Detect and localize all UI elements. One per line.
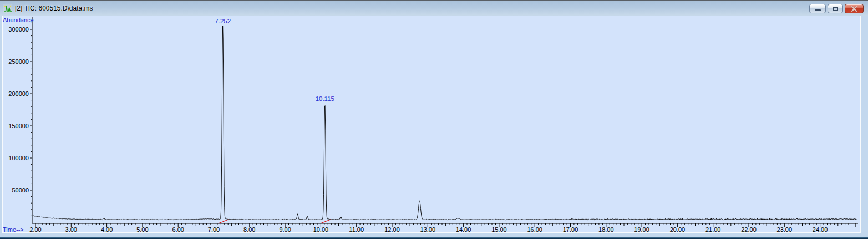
x-tick-label: 23.00 bbox=[777, 226, 793, 232]
y-tick-label: 200000 bbox=[8, 90, 29, 97]
chromatogram-window-icon bbox=[3, 4, 12, 13]
chromatogram-plot[interactable]: 2.003.004.005.006.007.008.009.0010.0011.… bbox=[3, 16, 860, 232]
x-tick-label: 24.00 bbox=[813, 226, 828, 232]
x-tick-label: 11.00 bbox=[349, 226, 364, 232]
x-tick-label: 15.00 bbox=[491, 226, 507, 232]
x-tick-label: 10.00 bbox=[313, 226, 329, 232]
x-tick-label: 7.00 bbox=[208, 226, 220, 232]
x-tick-label: 3.00 bbox=[65, 226, 77, 232]
y-tick-label: 50000 bbox=[12, 187, 29, 194]
y-tick-label: 150000 bbox=[8, 123, 29, 129]
x-tick-label: 5.00 bbox=[136, 226, 148, 232]
window-title: [2] TIC: 600515.D\data.ms bbox=[15, 4, 93, 12]
y-axis-title: Abundance bbox=[3, 17, 34, 23]
x-tick-label: 8.00 bbox=[243, 226, 255, 232]
maximize-icon bbox=[833, 7, 838, 11]
integration-mark bbox=[219, 220, 229, 223]
y-tick-label: 100000 bbox=[8, 155, 29, 161]
x-tick-label: 21.00 bbox=[705, 226, 721, 232]
x-axis-title: Time--> bbox=[3, 226, 24, 232]
x-tick-label: 22.00 bbox=[741, 226, 757, 232]
close-button[interactable] bbox=[845, 4, 864, 13]
peak-label: 7.252 bbox=[215, 18, 231, 24]
chromatogram-panel[interactable]: 2.003.004.005.006.007.008.009.0010.0011.… bbox=[2, 16, 861, 233]
x-tick-label: 20.00 bbox=[670, 226, 686, 232]
x-tick-label: 6.00 bbox=[172, 226, 184, 232]
chemstation-tic-window: [2] TIC: 600515.D\data.ms 2.003.004.005.… bbox=[0, 0, 868, 239]
x-tick-label: 4.00 bbox=[101, 226, 113, 232]
integration-mark bbox=[321, 220, 331, 223]
titlebar[interactable]: [2] TIC: 600515.D\data.ms bbox=[0, 0, 868, 16]
window-controls bbox=[809, 4, 864, 13]
peak-label: 10.115 bbox=[316, 95, 334, 102]
x-tick-label: 17.00 bbox=[563, 226, 578, 232]
x-tick-label: 14.00 bbox=[456, 226, 471, 232]
y-tick-label: 250000 bbox=[8, 58, 29, 65]
maximize-button[interactable] bbox=[828, 4, 843, 13]
tic-trace bbox=[33, 26, 856, 220]
window-bottom-border bbox=[0, 237, 868, 239]
x-tick-label: 13.00 bbox=[420, 226, 436, 232]
y-tick-label: 300000 bbox=[8, 26, 29, 33]
x-tick-label: 19.00 bbox=[634, 226, 649, 232]
x-tick-label: 12.00 bbox=[384, 226, 400, 232]
x-tick-label: 18.00 bbox=[598, 226, 614, 232]
x-tick-label: 9.00 bbox=[279, 226, 291, 232]
minimize-icon bbox=[815, 9, 821, 11]
close-icon bbox=[851, 6, 857, 12]
x-tick-label: 2.00 bbox=[29, 226, 41, 232]
minimize-button[interactable] bbox=[809, 4, 826, 13]
x-tick-label: 16.00 bbox=[527, 226, 542, 232]
